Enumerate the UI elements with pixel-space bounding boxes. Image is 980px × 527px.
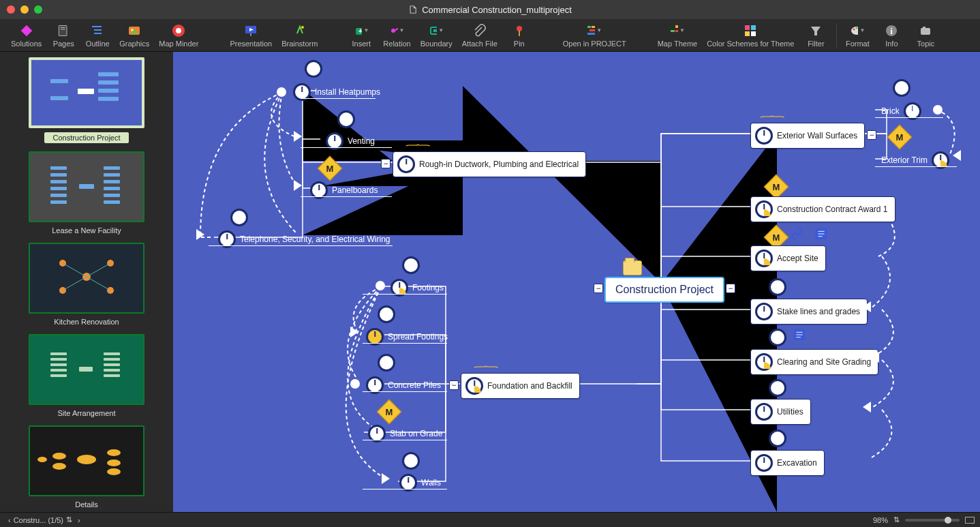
- thumbnail-preview: [29, 334, 144, 405]
- node-label: Utilities: [777, 407, 803, 417]
- root-topic[interactable]: Construction Project − −: [604, 277, 724, 303]
- svg-point-53: [77, 455, 96, 464]
- arrow-icon: [871, 352, 879, 363]
- topic-node[interactable]: Foundation and Backfill −: [461, 373, 580, 399]
- topic-button[interactable]: Topic: [909, 22, 942, 49]
- underline: [301, 98, 376, 99]
- topic-node[interactable]: Stake lines and grades: [750, 299, 868, 325]
- topic-node[interactable]: Exterior Wall Surfaces −: [750, 123, 865, 149]
- node-label: Rough-in Ductwork, Plumbing and Electric…: [419, 160, 579, 169]
- page-thumbnail[interactable]: Lease a New Facility: [0, 149, 173, 240]
- clock-icon: [465, 377, 483, 395]
- topic-node[interactable]: Utilities: [750, 399, 811, 425]
- collapse-toggle[interactable]: −: [594, 284, 603, 293]
- topic-node[interactable]: Rough-in Ductwork, Plumbing and Electric…: [393, 151, 586, 177]
- insert-button[interactable]: +▼Insert: [345, 22, 378, 49]
- topic-node[interactable]: Telephone, Security, and Electrical Wiri…: [214, 227, 397, 252]
- map-minder-button[interactable]: Map Minder: [155, 22, 202, 49]
- arrow-icon: [953, 150, 961, 161]
- topic-node[interactable]: Construction Contract Award 1: [750, 196, 895, 222]
- svg-marker-0: [20, 25, 32, 36]
- page-thumbnail[interactable]: Construction Project: [0, 55, 173, 149]
- attach-file-button[interactable]: Attach File: [458, 22, 502, 49]
- zoom-slider[interactable]: [905, 519, 960, 522]
- topic-node[interactable]: Slab on Grade: [364, 421, 449, 446]
- connection-dot: [376, 281, 385, 290]
- svg-point-37: [853, 28, 855, 30]
- svg-point-38: [856, 27, 858, 29]
- collapse-toggle[interactable]: −: [867, 130, 876, 140]
- thumbnail-label: Site Arrangement: [58, 409, 116, 417]
- node-label: Construction Project: [615, 284, 714, 296]
- svg-line-52: [87, 277, 110, 290]
- topic-node[interactable]: Exterior Trim: [877, 148, 956, 172]
- relation-button[interactable]: ▼Relation: [379, 22, 414, 49]
- topic-node[interactable]: Clearing and Site Grading: [750, 349, 878, 375]
- page-thumbnail[interactable]: Site Arrangement: [0, 331, 173, 423]
- color-schemes-button[interactable]: Color Schemes for Theme: [703, 22, 798, 49]
- tab-stepper-icon[interactable]: ⇅: [63, 515, 75, 524]
- underline: [301, 196, 392, 197]
- collapse-toggle[interactable]: −: [449, 379, 454, 389]
- format-button[interactable]: ▼Format: [841, 22, 874, 49]
- outline-button[interactable]: Outline: [81, 22, 114, 49]
- svg-rect-33: [745, 31, 750, 36]
- topic-node[interactable]: Panelboards: [306, 178, 384, 202]
- topic-node[interactable]: Footings: [386, 275, 450, 300]
- map-theme-button[interactable]: ▼Map Theme: [654, 22, 702, 49]
- solutions-button[interactable]: Solutions: [7, 22, 46, 49]
- topic-node[interactable]: Spread Footings: [362, 325, 455, 349]
- presentation-button[interactable]: Presentation: [226, 22, 276, 49]
- arrow-icon: [382, 473, 390, 484]
- svg-rect-27: [675, 25, 678, 28]
- open-in-project-button[interactable]: ▼Open in PROJECT: [559, 22, 630, 49]
- nav-next-icon[interactable]: ›: [75, 516, 83, 524]
- brainstorm-button[interactable]: Brainstorm: [277, 22, 322, 49]
- nav-prev-icon[interactable]: ‹: [5, 516, 14, 524]
- chevron-down-icon: ▼: [679, 27, 685, 33]
- close-window-button[interactable]: [7, 5, 15, 14]
- svg-rect-5: [94, 29, 102, 31]
- maximize-window-button[interactable]: [34, 5, 42, 14]
- topic-node[interactable]: Brick: [877, 99, 928, 123]
- node-label: Footings: [412, 283, 444, 292]
- topic-node[interactable]: Excavation: [750, 450, 825, 476]
- clock-icon: [769, 329, 786, 346]
- page-tab-indicator[interactable]: Constru... (1/5): [14, 516, 63, 524]
- graphics-button[interactable]: Graphics: [115, 22, 153, 49]
- svg-point-15: [301, 26, 304, 29]
- topic-node[interactable]: Concrete Piles: [362, 373, 448, 397]
- svg-rect-42: [921, 28, 930, 35]
- boundary-button[interactable]: ▼Boundary: [416, 22, 457, 49]
- topic-node[interactable]: Walls: [395, 470, 448, 495]
- svg-point-58: [107, 468, 121, 475]
- info-button[interactable]: iInfo: [875, 22, 908, 49]
- svg-rect-34: [751, 31, 756, 36]
- node-label: Spread Footings: [388, 332, 448, 342]
- zoom-stepper-icon[interactable]: ⇅: [893, 515, 900, 524]
- node-label: Accept Site: [777, 254, 818, 263]
- svg-rect-3: [61, 29, 65, 29]
- collapse-toggle[interactable]: −: [381, 159, 391, 168]
- pin-button[interactable]: Pin: [503, 22, 536, 49]
- svg-rect-24: [592, 26, 595, 28]
- window-title-text: Commercial Construction_multiproject: [422, 5, 572, 15]
- arrow-icon: [863, 402, 871, 412]
- chevron-down-icon: ▼: [596, 27, 602, 33]
- filter-button[interactable]: Filter: [799, 22, 832, 49]
- topic-node[interactable]: Venting: [322, 129, 382, 153]
- collapse-toggle[interactable]: −: [726, 284, 735, 293]
- page-thumbnail[interactable]: Kitchen Renovation: [0, 240, 173, 331]
- topic-node[interactable]: Accept Site: [750, 245, 826, 271]
- fit-view-icon[interactable]: [965, 517, 975, 524]
- node-label: Install Heatpumps: [315, 87, 380, 97]
- minimize-window-button[interactable]: [20, 5, 29, 14]
- chevron-down-icon: ▼: [859, 27, 865, 33]
- mindmap-canvas[interactable]: Construction Project − − ︷ Rough-in Duct…: [173, 52, 980, 512]
- underline: [301, 147, 392, 148]
- pages-button[interactable]: Pages: [47, 22, 80, 49]
- topic-node[interactable]: Install Heatpumps: [289, 80, 387, 104]
- node-label: Walls: [421, 478, 441, 487]
- page-thumbnail[interactable]: Details: [0, 423, 173, 512]
- clock-icon: [769, 278, 786, 296]
